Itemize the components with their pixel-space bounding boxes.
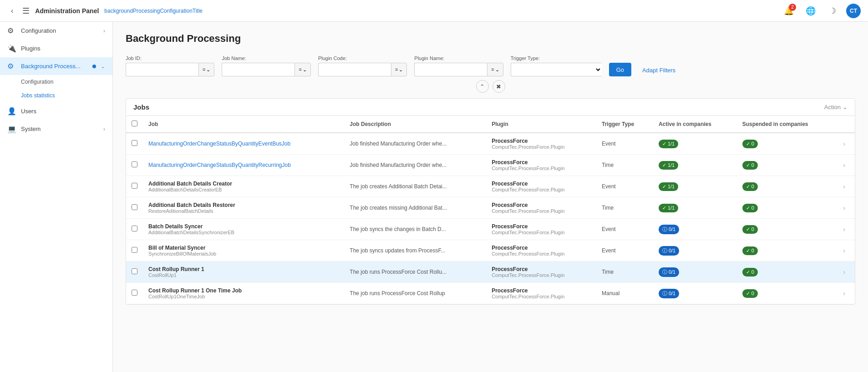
row-arrow-icon[interactable]: › [843,247,845,254]
back-button[interactable]: ‹ [7,5,17,17]
globe-button[interactable]: 🌐 [802,3,819,19]
adapt-filters-button[interactable]: Adapt Filters [639,64,679,76]
sidebar-item-label: Background Process... [21,63,86,70]
sidebar-item-label: Configuration [21,27,99,34]
avatar[interactable]: CT [846,4,861,18]
table-row: Additional Batch Details RestorerRestore… [126,197,855,219]
row-arrow-icon[interactable]: › [843,204,845,211]
cell-plugin: ProcessForceComputTec.ProcessForce.Plugi… [486,155,596,176]
theme-button[interactable]: ☽ [824,3,841,19]
filter-plugin-code: Plugin Code: = ⌄ [318,55,407,76]
row-checkbox[interactable] [132,247,137,253]
job-name-op-button[interactable]: = ⌄ [294,63,310,76]
page-title: Background Processing [126,33,855,45]
plugin-code-op-button[interactable]: = ⌄ [391,63,407,76]
row-checkbox-cell [126,197,143,219]
job-name-input[interactable] [222,63,294,76]
sidebar-item-background-process[interactable]: ⚙ Background Process... ⌄ [0,57,112,75]
row-arrow-icon[interactable]: › [843,140,845,147]
sidebar-item-system[interactable]: 💻 System › [0,120,112,138]
col-job-description: Job Description [344,116,486,133]
sidebar-sub-item-configuration[interactable]: Configuration [21,75,112,89]
cell-trigger-type: Time [596,155,653,176]
row-arrow-icon[interactable]: › [843,183,845,190]
plugin-name: ProcessForce [492,266,591,272]
sidebar-item-plugins[interactable]: 🔌 Plugins [0,40,112,57]
cell-job: Additional Batch Details CreatorAddition… [143,176,344,197]
row-checkbox[interactable] [132,226,137,231]
cell-arrow[interactable]: › [838,133,855,155]
row-checkbox[interactable] [132,290,137,296]
cell-trigger-type: Event [596,219,653,240]
plugin-code: ComputTec.ProcessForce.Plugin [492,294,591,299]
col-arrow [838,116,855,133]
row-arrow-icon[interactable]: › [843,268,845,276]
job-title: Cost Rollup Runner 1 [148,266,339,272]
suspended-badge: ✓ 0 [742,161,758,170]
cell-arrow[interactable]: › [838,283,855,304]
row-arrow-icon[interactable]: › [843,290,845,297]
users-icon: 👤 [7,107,16,116]
job-name: ManufacturingOrderChangeStatusByQuantity… [148,162,339,168]
go-button[interactable]: Go [609,63,631,76]
cell-job: Batch Details SyncerAdditionalBatchDetai… [143,219,344,240]
col-suspended: Suspended in companies [737,116,838,133]
active-badge: ⓘ 0/1 [659,267,679,277]
cell-arrow[interactable]: › [838,197,855,219]
jobs-table-section: Jobs Action ⌄ Job Job Description [126,98,855,305]
job-code: CostRollUp1 [148,272,339,278]
row-checkbox[interactable] [132,204,137,210]
suspended-badge: ✓ 0 [742,268,758,276]
cell-job-description: The job runs ProcessForce Cost Rollu... [344,261,486,283]
refresh-filters-button[interactable]: ✖ [492,80,505,93]
cell-active: ⓘ 0/1 [653,240,737,261]
cell-arrow[interactable]: › [838,176,855,197]
cell-suspended: ✓ 0 [737,176,838,197]
row-checkbox[interactable] [132,140,137,146]
sidebar-item-configuration[interactable]: ⚙ Configuration › [0,22,112,40]
row-arrow-icon[interactable]: › [843,161,845,169]
job-id-op-button[interactable]: = ⌄ [198,63,214,76]
chevron-right-icon: › [103,126,105,132]
cell-trigger-type: Time [596,197,653,219]
cell-arrow[interactable]: › [838,219,855,240]
trigger-type-select[interactable]: Event Time Manual [511,63,602,76]
cell-suspended: ✓ 0 [737,155,838,176]
active-badge: ✓ 1/1 [659,182,678,191]
row-checkbox-cell [126,155,143,176]
job-id-input[interactable] [126,63,198,76]
cell-job-description: The job syncs the changes in Batch D... [344,219,486,240]
plugin-name: ProcessForce [492,138,591,144]
active-badge: ⓘ 0/1 [659,289,679,298]
row-checkbox[interactable] [132,183,137,189]
row-checkbox[interactable] [132,268,137,274]
sidebar-item-users[interactable]: 👤 Users [0,102,112,120]
active-dot [92,65,96,68]
cell-trigger-type: Event [596,176,653,197]
notifications-button[interactable]: 🔔 2 [781,3,797,19]
collapse-filters-button[interactable]: ⌃ [476,80,489,93]
select-all-checkbox[interactable] [132,121,137,126]
cell-arrow[interactable]: › [838,155,855,176]
action-button[interactable]: Action ⌄ [824,104,848,111]
row-arrow-icon[interactable]: › [843,226,845,233]
row-checkbox[interactable] [132,161,137,167]
content-inner: Background Processing Job ID: = ⌄ Job Na… [113,22,868,316]
cell-plugin: ProcessForceComputTec.ProcessForce.Plugi… [486,133,596,155]
cell-job-description: The job runs ProcessForce Cost Rollup [344,283,486,304]
table-row: Cost Rollup Runner 1 One Time JobCostRol… [126,283,855,304]
cell-suspended: ✓ 0 [737,261,838,283]
filter-job-name: Job Name: = ⌄ [222,55,310,76]
background-process-icon: ⚙ [7,62,16,70]
active-badge: ✓ 1/1 [659,161,678,170]
menu-button[interactable]: ☰ [22,6,30,16]
plugin-name-input[interactable] [414,63,487,76]
plugin-name-op-button[interactable]: = ⌄ [487,63,503,76]
active-badge: ⓘ 0/1 [659,246,679,256]
cell-arrow[interactable]: › [838,240,855,261]
sidebar-sub-item-jobs-statistics[interactable]: Jobs statistics [21,89,112,102]
sidebar-submenu: Configuration Jobs statistics [0,75,112,102]
job-title: Additional Batch Details Creator [148,181,339,187]
cell-arrow[interactable]: › [838,261,855,283]
plugin-code-input[interactable] [318,63,391,76]
